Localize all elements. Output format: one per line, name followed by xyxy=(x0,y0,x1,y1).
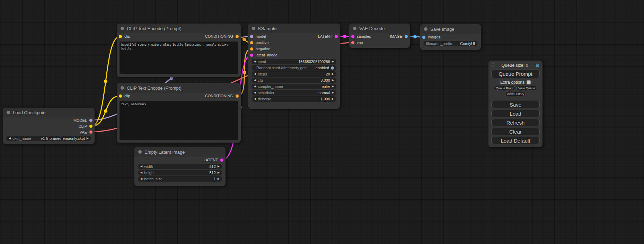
clip-input-dot[interactable] xyxy=(119,35,122,38)
vae-output-dot[interactable] xyxy=(89,130,92,134)
node-clip-text-encode-positive[interactable]: CLIP Text Encode (Prompt) clip CONDITION… xyxy=(117,24,241,77)
refresh-button[interactable]: Refresh xyxy=(491,119,540,126)
increment-arrow-icon[interactable]: ▶ xyxy=(332,71,334,77)
queue-menu-panel[interactable]: ⠿ Queue size: 0 ⚙ Queue Prompt Extra opt… xyxy=(488,61,542,147)
latent-output-dot[interactable] xyxy=(220,159,223,162)
load-default-button[interactable]: Load Default xyxy=(491,137,540,144)
save-button[interactable]: Save xyxy=(491,101,540,108)
collapse-dot-icon[interactable] xyxy=(252,27,255,30)
increment-arrow-icon[interactable]: ▶ xyxy=(218,176,220,182)
increment-arrow-icon[interactable]: ▶ xyxy=(332,84,334,89)
drag-handle-icon[interactable]: ⠿ xyxy=(491,63,494,68)
output-slot-image[interactable]: IMAGE xyxy=(390,33,410,39)
decrement-arrow-icon[interactable]: ◀ xyxy=(254,59,256,64)
view-queue-button[interactable]: View Queue xyxy=(517,86,537,90)
node-ksampler[interactable]: KSampler model positive negative lat xyxy=(248,24,340,109)
increment-arrow-icon[interactable]: ▶ xyxy=(332,78,334,83)
node-header[interactable]: Save Image xyxy=(420,24,481,34)
image-output-dot[interactable] xyxy=(405,35,408,38)
queue-prompt-button[interactable]: Queue Prompt xyxy=(491,70,540,78)
collapse-dot-icon[interactable] xyxy=(121,86,124,90)
collapse-dot-icon[interactable] xyxy=(7,111,10,114)
node-header[interactable]: KSampler xyxy=(248,24,340,33)
collapse-dot-icon[interactable] xyxy=(121,27,124,30)
clip-input-dot[interactable] xyxy=(119,94,122,98)
output-slot-vae[interactable]: VAE xyxy=(3,129,95,135)
node-save-image[interactable]: Save Image images filename_prefix ComfyU… xyxy=(420,24,481,50)
output-slot-conditioning[interactable]: CONDITIONING xyxy=(205,93,241,99)
input-slot-negative[interactable]: negative xyxy=(248,46,277,52)
decrement-arrow-icon[interactable]: ◀ xyxy=(254,84,256,89)
input-slot-images[interactable]: images xyxy=(420,34,481,40)
input-slot-vae[interactable]: vae xyxy=(349,39,371,46)
batch-size-widget[interactable]: ◀ batch_size 1 ▶ xyxy=(138,176,222,182)
conditioning-input-dot[interactable] xyxy=(250,47,253,51)
random-seed-toggle-widget[interactable]: Random seed after every gen enabled xyxy=(252,65,336,71)
decrement-arrow-icon[interactable]: ◀ xyxy=(140,176,142,182)
settings-gear-icon[interactable]: ⚙ xyxy=(535,63,540,68)
increment-arrow-icon[interactable]: ▶ xyxy=(218,164,220,169)
steps-widget[interactable]: ◀ steps 20 ▶ xyxy=(252,71,336,77)
next-value-arrow-icon[interactable]: ▶ xyxy=(87,136,89,141)
increment-arrow-icon[interactable]: ▶ xyxy=(332,90,334,96)
prev-value-arrow-icon[interactable]: ◀ xyxy=(9,136,11,141)
conditioning-output-dot[interactable] xyxy=(236,94,239,98)
node-header[interactable]: CLIP Text Encode (Prompt) xyxy=(117,83,241,93)
decrement-arrow-icon[interactable]: ◀ xyxy=(254,71,256,77)
view-history-button[interactable]: View History xyxy=(505,92,526,96)
vae-input-dot[interactable] xyxy=(351,41,354,44)
graph-canvas[interactable]: Load Checkpoint MODEL CLIP VAE ◀ ckpt_na… xyxy=(0,0,644,244)
decrement-arrow-icon[interactable]: ◀ xyxy=(254,96,256,102)
increment-arrow-icon[interactable]: ▶ xyxy=(332,59,334,64)
decrement-arrow-icon[interactable]: ◀ xyxy=(140,170,142,175)
increment-arrow-icon[interactable]: ▶ xyxy=(332,96,334,102)
input-slot-clip[interactable]: clip xyxy=(117,93,130,99)
height-widget[interactable]: ◀ height 512 ▶ xyxy=(138,170,222,175)
toggle-indicator-icon[interactable] xyxy=(331,66,334,70)
decrement-arrow-icon[interactable]: ◀ xyxy=(254,90,256,96)
input-slot-model[interactable]: model xyxy=(248,33,277,39)
prompt-textarea[interactable]: text, watermark xyxy=(120,101,238,140)
seed-widget[interactable]: ◀ seed 156680208700286 ▶ xyxy=(252,59,336,64)
input-slot-positive[interactable]: positive xyxy=(248,39,277,46)
ckpt-name-widget[interactable]: ◀ ckpt_name v1-5-pruned-emaonly.ckpt ▶ xyxy=(6,136,91,141)
output-slot-clip[interactable]: CLIP xyxy=(3,123,95,129)
load-button[interactable]: Load xyxy=(491,110,540,117)
queue-front-button[interactable]: Queue Front xyxy=(494,86,515,90)
latent-output-dot[interactable] xyxy=(335,35,338,38)
extra-options-checkbox[interactable] xyxy=(527,80,531,84)
model-output-dot[interactable] xyxy=(89,119,92,122)
node-empty-latent-image[interactable]: Empty Latent Image LATENT ◀ width 512 ▶ … xyxy=(134,147,226,186)
cfg-widget[interactable]: ◀ cfg 8.000 ▶ xyxy=(252,78,336,83)
output-slot-latent[interactable]: LATENT xyxy=(134,157,226,163)
denoise-widget[interactable]: ◀ denoise 1.000 ▶ xyxy=(252,96,336,102)
input-slot-samples[interactable]: samples xyxy=(349,33,371,39)
node-load-checkpoint[interactable]: Load Checkpoint MODEL CLIP VAE ◀ ckpt_na… xyxy=(3,108,95,144)
node-header[interactable]: Load Checkpoint xyxy=(3,108,95,117)
width-widget[interactable]: ◀ width 512 ▶ xyxy=(138,164,222,169)
filename-prefix-widget[interactable]: filename_prefix ComfyUI xyxy=(424,41,477,46)
sampler-name-widget[interactable]: ◀ sampler_name euler ▶ xyxy=(252,84,336,89)
image-input-dot[interactable] xyxy=(422,36,425,39)
collapse-dot-icon[interactable] xyxy=(424,27,427,31)
collapse-dot-icon[interactable] xyxy=(138,150,142,154)
node-header[interactable]: Empty Latent Image xyxy=(134,147,226,157)
clear-button[interactable]: Clear xyxy=(491,128,540,135)
node-vae-decode[interactable]: VAE Decode samples vae IMAGE xyxy=(349,24,410,48)
input-slot-clip[interactable]: clip xyxy=(117,33,130,39)
output-slot-latent[interactable]: LATENT xyxy=(318,33,340,39)
prompt-textarea[interactable]: beautiful scenery nature glass bottle la… xyxy=(120,42,238,74)
output-slot-model[interactable]: MODEL xyxy=(3,117,95,123)
scheduler-widget[interactable]: ◀ scheduler normal ▶ xyxy=(252,90,336,96)
collapse-dot-icon[interactable] xyxy=(353,27,356,30)
node-header[interactable]: VAE Decode xyxy=(349,24,410,33)
increment-arrow-icon[interactable]: ▶ xyxy=(218,170,220,175)
node-clip-text-encode-negative[interactable]: CLIP Text Encode (Prompt) clip CONDITION… xyxy=(117,83,241,143)
latent-input-dot[interactable] xyxy=(351,35,354,38)
input-slot-latent-image[interactable]: latent_image xyxy=(248,52,277,58)
output-slot-conditioning[interactable]: CONDITIONING xyxy=(205,33,241,39)
decrement-arrow-icon[interactable]: ◀ xyxy=(140,164,142,169)
model-input-dot[interactable] xyxy=(250,35,253,38)
clip-output-dot[interactable] xyxy=(89,125,92,128)
node-header[interactable]: CLIP Text Encode (Prompt) xyxy=(117,24,241,33)
